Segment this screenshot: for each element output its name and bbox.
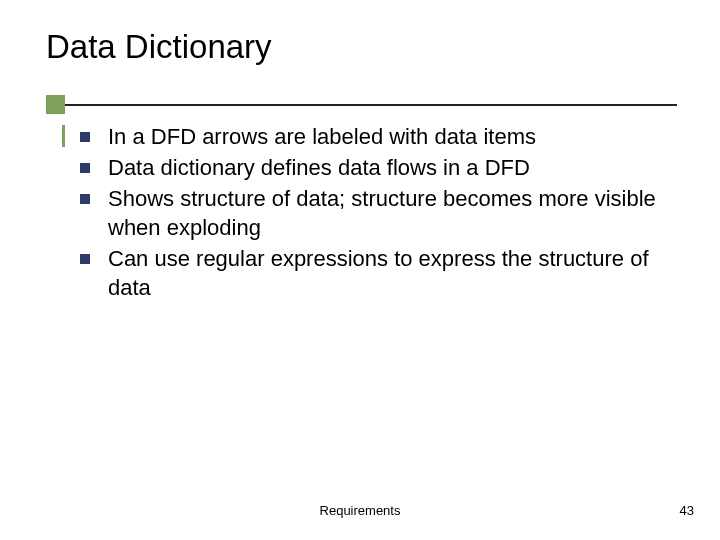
- slide: Data Dictionary In a DFD arrows are labe…: [0, 0, 720, 540]
- bullet-text: Can use regular expressions to express t…: [108, 244, 660, 302]
- title-accent-square-icon: [46, 95, 65, 114]
- bullet-text: Data dictionary defines data flows in a …: [108, 153, 660, 182]
- bullet-square-icon: [80, 254, 90, 264]
- footer-title: Requirements: [0, 503, 720, 518]
- bullet-text: In a DFD arrows are labeled with data it…: [108, 122, 660, 151]
- bullet-square-icon: [80, 163, 90, 173]
- title-rule: [62, 104, 677, 106]
- bullet-square-icon: [80, 194, 90, 204]
- slide-title: Data Dictionary: [46, 28, 272, 66]
- list-item: In a DFD arrows are labeled with data it…: [80, 122, 660, 151]
- list-item: Shows structure of data; structure becom…: [80, 184, 660, 242]
- list-item: Can use regular expressions to express t…: [80, 244, 660, 302]
- title-accent-tick-icon: [62, 125, 65, 147]
- list-item: Data dictionary defines data flows in a …: [80, 153, 660, 182]
- bullet-list: In a DFD arrows are labeled with data it…: [80, 122, 660, 304]
- page-number: 43: [680, 503, 694, 518]
- bullet-square-icon: [80, 132, 90, 142]
- bullet-text: Shows structure of data; structure becom…: [108, 184, 660, 242]
